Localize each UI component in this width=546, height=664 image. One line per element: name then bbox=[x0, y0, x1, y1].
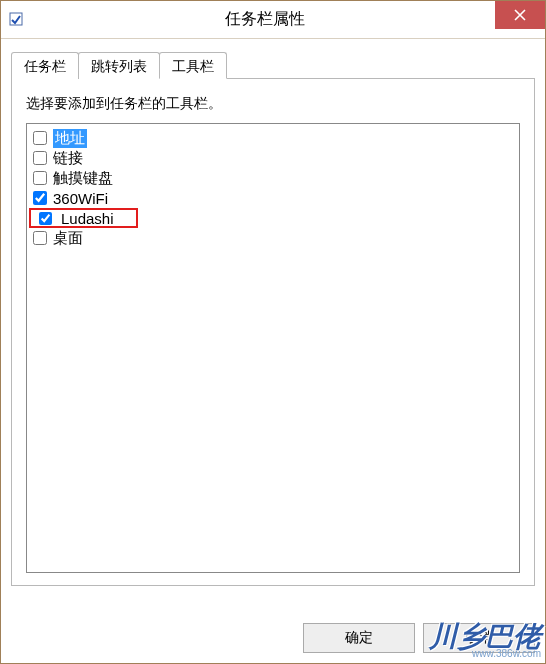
checkbox-links[interactable] bbox=[33, 151, 47, 165]
toolbars-listbox[interactable]: 地址 链接 触摸键盘 360WiFi Ludashi bbox=[26, 123, 520, 573]
window-title: 任务栏属性 bbox=[0, 9, 545, 30]
tab-taskbar[interactable]: 任务栏 bbox=[11, 52, 79, 79]
tab-jumplist[interactable]: 跳转列表 bbox=[78, 52, 160, 79]
button-bar: 确定 取消 bbox=[303, 623, 535, 653]
tab-strip: 任务栏 跳转列表 工具栏 bbox=[11, 51, 535, 79]
item-label: 桌面 bbox=[53, 229, 83, 248]
close-icon bbox=[514, 9, 526, 21]
list-item[interactable]: 触摸键盘 bbox=[29, 168, 517, 188]
close-button[interactable] bbox=[495, 1, 545, 29]
properties-window: 任务栏属性 任务栏 跳转列表 工具栏 选择要添加到任务栏的工具栏。 地址 链接 bbox=[0, 0, 546, 664]
instruction-text: 选择要添加到任务栏的工具栏。 bbox=[26, 95, 520, 113]
item-label: 链接 bbox=[53, 149, 83, 168]
tab-toolbar[interactable]: 工具栏 bbox=[159, 52, 227, 79]
highlight-annotation: Ludashi bbox=[29, 208, 138, 228]
list-item[interactable]: 360WiFi bbox=[29, 188, 517, 208]
content-area: 任务栏 跳转列表 工具栏 选择要添加到任务栏的工具栏。 地址 链接 触摸键盘 bbox=[1, 39, 545, 598]
cancel-button[interactable]: 取消 bbox=[423, 623, 535, 653]
list-item[interactable]: 链接 bbox=[29, 148, 517, 168]
checkbox-ludashi[interactable] bbox=[39, 212, 52, 225]
checkbox-desktop[interactable] bbox=[33, 231, 47, 245]
list-item[interactable]: 桌面 bbox=[29, 228, 517, 248]
item-label: 360WiFi bbox=[53, 190, 108, 207]
ok-button[interactable]: 确定 bbox=[303, 623, 415, 653]
checkbox-360wifi[interactable] bbox=[33, 191, 47, 205]
item-label: 地址 bbox=[53, 129, 87, 148]
item-label: Ludashi bbox=[61, 210, 114, 227]
titlebar: 任务栏属性 bbox=[1, 1, 545, 39]
checkbox-address[interactable] bbox=[33, 131, 47, 145]
item-label: 触摸键盘 bbox=[53, 169, 113, 188]
list-item[interactable]: 地址 bbox=[29, 128, 517, 148]
tab-panel-toolbar: 选择要添加到任务栏的工具栏。 地址 链接 触摸键盘 360WiFi bbox=[11, 79, 535, 586]
checkbox-touchkb[interactable] bbox=[33, 171, 47, 185]
